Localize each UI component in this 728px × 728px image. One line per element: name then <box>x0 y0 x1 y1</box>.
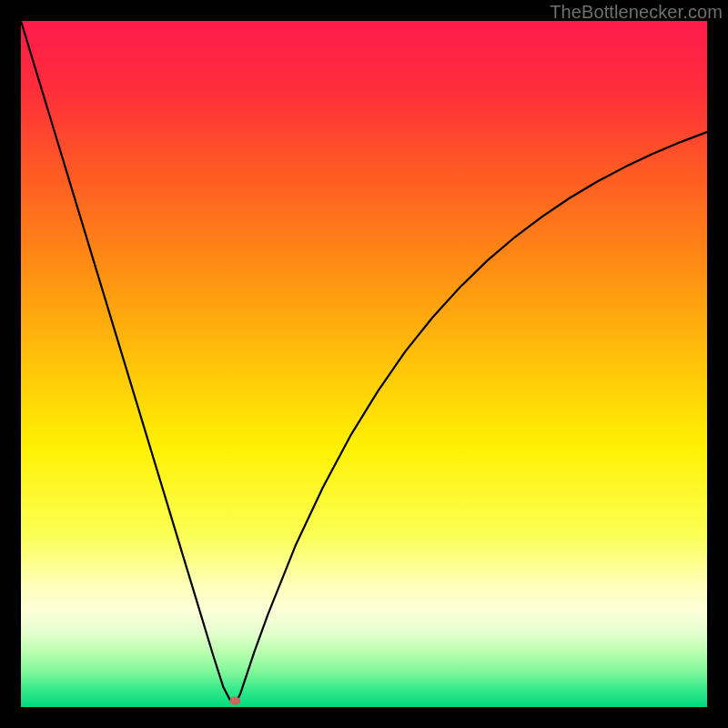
plot-area <box>21 21 707 707</box>
chart-svg <box>21 21 707 707</box>
chart-frame: TheBottlenecker.com <box>0 0 728 728</box>
watermark-text: TheBottlenecker.com <box>550 2 723 23</box>
optimal-point-marker <box>229 697 240 705</box>
